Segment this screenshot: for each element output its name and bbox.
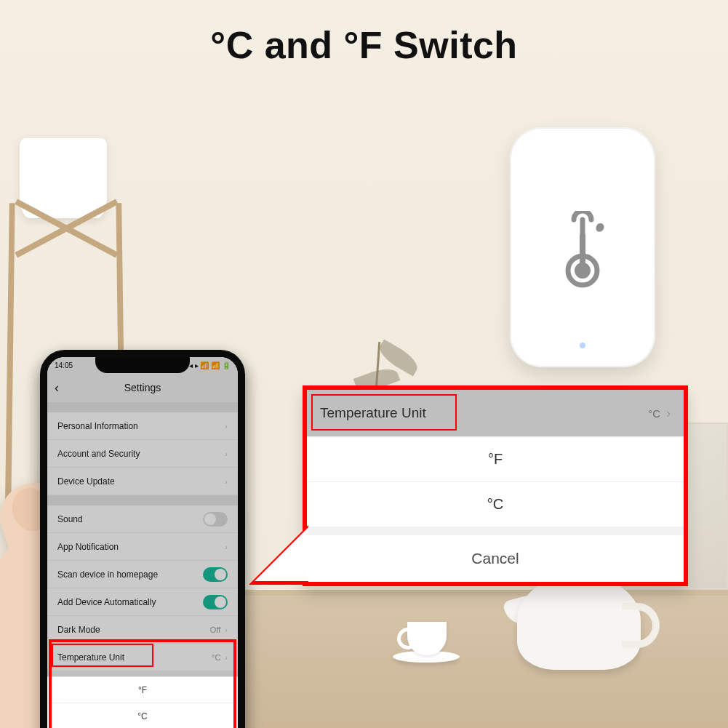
callout-panel: Temperature Unit °C› °F °C Cancel	[303, 385, 688, 586]
red-highlight-label-box	[311, 394, 457, 431]
row-app-notification[interactable]: App Notification›	[47, 533, 238, 561]
row-device-update[interactable]: Device Update›	[47, 468, 238, 495]
kettle	[517, 575, 641, 670]
chevron-right-icon: ›	[225, 422, 228, 431]
chevron-right-icon: ›	[225, 449, 228, 458]
red-highlight-label-box	[52, 644, 153, 667]
chevron-right-icon: ›	[225, 477, 228, 486]
callout-tail	[249, 525, 308, 585]
back-icon[interactable]: ‹	[55, 380, 59, 396]
phone-notch	[95, 357, 190, 373]
row-sound[interactable]: Sound	[47, 505, 238, 533]
temperature-sensor-device	[510, 127, 655, 367]
callout-option-fahrenheit[interactable]: °F	[307, 436, 684, 481]
smartphone: 14:05 ◂ ▸ 📶 📶 🔋 ‹ Settings Personal Info…	[40, 350, 245, 728]
callout-option-celsius[interactable]: °C	[307, 481, 684, 527]
chevron-right-icon: ›	[225, 625, 228, 634]
chevron-right-icon: ›	[666, 406, 671, 421]
status-indicators: ◂ ▸ 📶 📶 🔋	[189, 361, 231, 369]
row-personal-information[interactable]: Personal Information›	[47, 412, 238, 440]
callout-row-temperature-unit[interactable]: Temperature Unit °C›	[307, 390, 684, 436]
thermometer-icon	[553, 211, 612, 291]
row-account-security[interactable]: Account and Security›	[47, 440, 238, 468]
hand-holding-phone: 14:05 ◂ ▸ 📶 📶 🔋 ‹ Settings Personal Info…	[0, 292, 269, 728]
page-title: °C and °F Switch	[0, 23, 728, 67]
toggle-add-device[interactable]	[203, 595, 228, 609]
toggle-sound[interactable]	[203, 512, 228, 527]
callout-cancel-button[interactable]: Cancel	[307, 535, 684, 582]
toggle-scan-device[interactable]	[203, 567, 228, 582]
row-add-device-auto[interactable]: Add Device Automatically	[47, 588, 238, 616]
row-scan-device[interactable]: Scan device in homepage	[47, 561, 238, 588]
phone-screen: 14:05 ◂ ▸ 📶 📶 🔋 ‹ Settings Personal Info…	[47, 357, 238, 728]
status-time: 14:05	[55, 361, 73, 369]
svg-rect-2	[580, 233, 585, 265]
settings-header: ‹ Settings	[47, 373, 238, 402]
chevron-right-icon: ›	[225, 543, 228, 551]
settings-title: Settings	[124, 382, 161, 393]
svg-point-1	[575, 263, 591, 279]
